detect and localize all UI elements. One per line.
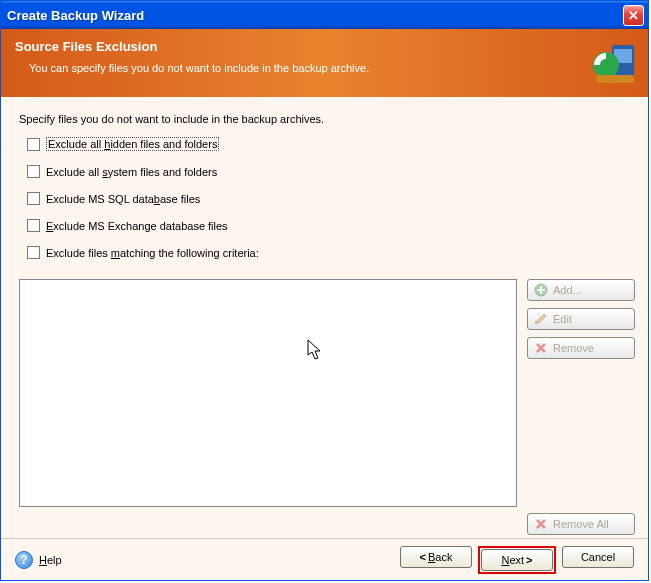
cancel-button-label: Cancel — [581, 551, 615, 563]
footer: ? Help < Back Next > Cancel — [1, 538, 648, 580]
checkbox-criteria[interactable] — [27, 246, 40, 259]
checkbox-system[interactable] — [27, 165, 40, 178]
chevron-right-icon: > — [526, 554, 532, 566]
criteria-list[interactable] — [19, 279, 517, 507]
checkbox-row-exchange: Exclude MS Exchange database files — [27, 219, 638, 232]
checkbox-mssql[interactable] — [27, 192, 40, 205]
backup-icon — [590, 39, 638, 87]
checkbox-label-hidden[interactable]: Exclude all hidden files and folders — [46, 137, 219, 151]
back-button[interactable]: < Back — [400, 546, 472, 568]
checkbox-label-system[interactable]: Exclude all system files and folders — [46, 166, 217, 178]
add-button-label: Add... — [553, 284, 582, 296]
svg-rect-3 — [596, 75, 634, 83]
edit-icon — [534, 312, 548, 326]
titlebar: Create Backup Wizard ✕ — [1, 1, 648, 29]
help-label: Help — [39, 554, 62, 566]
page-subtitle: You can specify files you do not want to… — [15, 62, 634, 74]
next-button[interactable]: Next > — [481, 549, 553, 571]
checkbox-label-mssql[interactable]: Exclude MS SQL database files — [46, 193, 200, 205]
remove-all-button-label: Remove All — [553, 518, 609, 530]
next-highlight: Next > — [478, 546, 556, 574]
intro-text: Specify files you do not want to include… — [19, 113, 638, 125]
chevron-left-icon: < — [420, 551, 426, 563]
next-button-label: Next — [501, 554, 524, 566]
remove-all-icon — [534, 517, 548, 531]
close-icon: ✕ — [628, 8, 639, 23]
content-area: Specify files you do not want to include… — [1, 97, 648, 538]
header-panel: Source Files Exclusion You can specify f… — [1, 29, 648, 97]
close-button[interactable]: ✕ — [623, 5, 644, 26]
help-link[interactable]: ? Help — [15, 551, 62, 569]
add-button[interactable]: Add... — [527, 279, 635, 301]
edit-button-label: Edit — [553, 313, 572, 325]
remove-icon — [534, 341, 548, 355]
window-title: Create Backup Wizard — [7, 8, 623, 23]
remove-button[interactable]: Remove — [527, 337, 635, 359]
checkbox-exchange[interactable] — [27, 219, 40, 232]
checkbox-row-system: Exclude all system files and folders — [27, 165, 638, 178]
add-icon — [534, 283, 548, 297]
remove-all-button[interactable]: Remove All — [527, 513, 635, 535]
remove-button-label: Remove — [553, 342, 594, 354]
help-icon: ? — [15, 551, 33, 569]
checkbox-hidden[interactable] — [27, 138, 40, 151]
back-button-label: Back — [428, 551, 452, 563]
checkbox-row-criteria: Exclude files matching the following cri… — [27, 246, 638, 259]
checkbox-row-hidden: Exclude all hidden files and folders — [27, 137, 638, 151]
checkbox-label-exchange[interactable]: Exclude MS Exchange database files — [46, 220, 228, 232]
edit-button[interactable]: Edit — [527, 308, 635, 330]
page-title: Source Files Exclusion — [15, 39, 634, 54]
checkbox-row-mssql: Exclude MS SQL database files — [27, 192, 638, 205]
cancel-button[interactable]: Cancel — [562, 546, 634, 568]
checkbox-label-criteria[interactable]: Exclude files matching the following cri… — [46, 247, 259, 259]
